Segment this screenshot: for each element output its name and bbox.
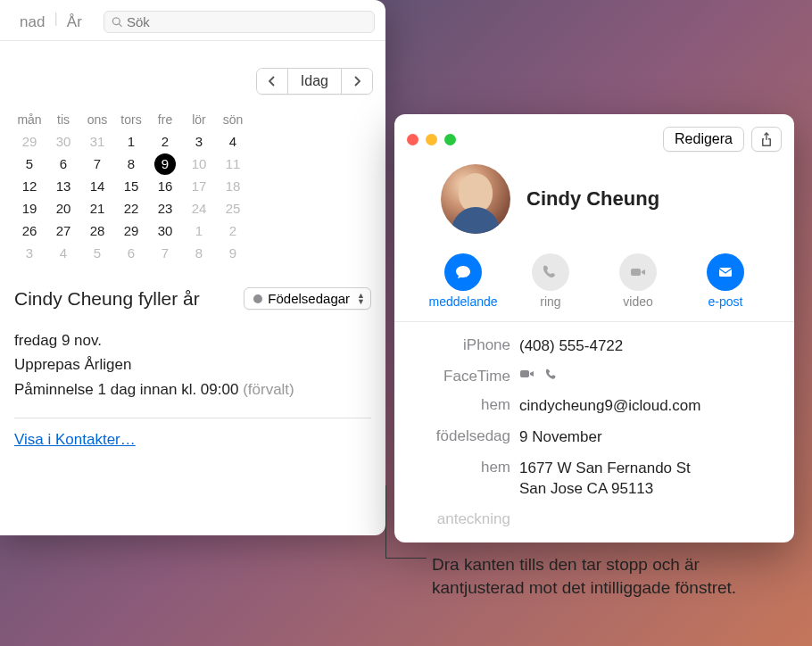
- phone-icon: [544, 368, 560, 380]
- calendar-color-dot: [253, 294, 262, 303]
- dow-label: tors: [114, 109, 148, 130]
- calendar-day[interactable]: 15: [114, 175, 148, 197]
- search-input[interactable]: [127, 14, 367, 29]
- calendar-day[interactable]: 2: [148, 130, 182, 153]
- share-icon: [759, 131, 774, 147]
- calendar-day[interactable]: 18: [216, 175, 250, 197]
- calendar-day[interactable]: 6: [114, 242, 148, 264]
- calendar-day[interactable]: 26: [12, 219, 46, 242]
- contact-fields: iPhone (408) 555-4722 FaceTime hem cindy…: [394, 321, 794, 542]
- today-button[interactable]: Idag: [287, 69, 342, 94]
- call-action[interactable]: ring: [515, 253, 586, 309]
- call-label: ring: [540, 294, 560, 309]
- callout-text: Dra kanten tills den tar stopp och är ka…: [432, 553, 789, 599]
- email-action[interactable]: e-post: [690, 253, 761, 309]
- chevron-left-icon: [268, 76, 277, 87]
- prev-button[interactable]: [257, 69, 287, 94]
- calendar-day[interactable]: 9: [216, 242, 250, 264]
- show-in-contacts-link[interactable]: Visa i Kontakter…: [14, 431, 136, 448]
- next-button[interactable]: [342, 69, 372, 94]
- action-row: meddelande ring video e-post: [394, 239, 794, 321]
- calendar-day[interactable]: 4: [46, 242, 80, 264]
- calendar-day[interactable]: 3: [182, 130, 216, 153]
- home-address-field[interactable]: hem 1677 W San Fernando St San Jose CA 9…: [394, 453, 794, 505]
- calendar-day[interactable]: 4: [216, 130, 250, 153]
- view-tabs: nad | År: [11, 10, 91, 35]
- close-button[interactable]: [407, 134, 418, 145]
- window-titlebar: Redigera: [394, 114, 794, 157]
- calendar-day[interactable]: 23: [148, 197, 182, 219]
- calendar-day[interactable]: 28: [80, 219, 114, 242]
- contact-name: Cindy Cheung: [526, 187, 659, 211]
- event-title: Cindy Cheung fyller år: [14, 287, 244, 311]
- iphone-field[interactable]: iPhone (408) 555-4722: [394, 331, 794, 362]
- calendar-day[interactable]: 9: [148, 153, 182, 175]
- calendar-day[interactable]: 30: [46, 130, 80, 153]
- calendar-day[interactable]: 31: [80, 130, 114, 153]
- message-label: meddelande: [428, 294, 497, 309]
- home-email-field[interactable]: hem cindycheung9@icloud.com: [394, 391, 794, 422]
- dow-label: lör: [182, 109, 216, 130]
- search-field[interactable]: [104, 11, 375, 33]
- facetime-field[interactable]: FaceTime: [394, 362, 794, 391]
- calendar-day[interactable]: 20: [46, 197, 80, 219]
- calendar-day[interactable]: 25: [216, 197, 250, 219]
- video-icon: [619, 253, 657, 291]
- calendar-day[interactable]: 3: [12, 242, 46, 264]
- calendar-day[interactable]: 10: [182, 153, 216, 175]
- dow-label: ons: [80, 109, 114, 130]
- month-view-tab[interactable]: nad: [11, 10, 54, 35]
- share-button[interactable]: [751, 127, 782, 152]
- calendar-day[interactable]: 21: [80, 197, 114, 219]
- minimize-button[interactable]: [426, 134, 437, 145]
- mini-calendar: måntisonstorsfrelörsön293031123456789101…: [0, 105, 385, 278]
- edit-button[interactable]: Redigera: [663, 127, 744, 152]
- avatar[interactable]: [441, 164, 510, 234]
- calendar-day[interactable]: 1: [182, 219, 216, 242]
- message-icon: [444, 253, 482, 291]
- calendar-day[interactable]: 17: [182, 175, 216, 197]
- birthday-field[interactable]: födelsedag 9 November: [394, 422, 794, 453]
- calendar-day[interactable]: 12: [12, 175, 46, 197]
- calendar-day[interactable]: 7: [148, 242, 182, 264]
- note-field[interactable]: anteckning: [394, 505, 794, 534]
- svg-rect-1: [719, 268, 732, 277]
- calendar-day[interactable]: 29: [12, 130, 46, 153]
- dow-label: tis: [46, 109, 80, 130]
- zoom-button[interactable]: [444, 134, 456, 145]
- traffic-lights: [407, 134, 456, 145]
- message-action[interactable]: meddelande: [427, 253, 499, 309]
- dow-label: sön: [216, 109, 250, 130]
- calendar-day[interactable]: 16: [148, 175, 182, 197]
- video-label: video: [623, 294, 652, 309]
- event-repeat: Upprepas Årligen: [14, 352, 371, 377]
- calendar-nav: Idag: [0, 41, 385, 105]
- calendar-day[interactable]: 7: [80, 153, 114, 175]
- dow-label: mån: [12, 109, 46, 130]
- calendar-day[interactable]: 5: [12, 153, 46, 175]
- calendar-day[interactable]: 14: [80, 175, 114, 197]
- calendar-day[interactable]: 19: [12, 197, 46, 219]
- calendar-day[interactable]: 30: [148, 219, 182, 242]
- calendar-day[interactable]: 5: [80, 242, 114, 264]
- year-view-tab[interactable]: År: [58, 10, 91, 35]
- calendar-day[interactable]: 2: [216, 219, 250, 242]
- calendar-day[interactable]: 1: [114, 130, 148, 153]
- svg-rect-0: [631, 269, 641, 276]
- calendar-day[interactable]: 29: [114, 219, 148, 242]
- calendar-day[interactable]: 27: [46, 219, 80, 242]
- calendar-day[interactable]: 13: [46, 175, 80, 197]
- calendar-day[interactable]: 11: [216, 153, 250, 175]
- contacts-window: Redigera Cindy Cheung meddelande ring vi…: [394, 114, 794, 542]
- video-action[interactable]: video: [602, 253, 674, 309]
- calendar-select[interactable]: Födelsedagar ▲▼: [244, 287, 371, 310]
- calendar-day[interactable]: 24: [182, 197, 216, 219]
- divider: [14, 418, 371, 418]
- search-icon: [112, 16, 123, 29]
- calendar-day[interactable]: 8: [114, 153, 148, 175]
- calendar-day[interactable]: 22: [114, 197, 148, 219]
- calendar-day[interactable]: 6: [46, 153, 80, 175]
- svg-rect-2: [520, 370, 529, 377]
- calendar-window: nad | År Idag måntisonstorsfrelörsön2930…: [0, 0, 385, 535]
- calendar-day[interactable]: 8: [182, 242, 216, 264]
